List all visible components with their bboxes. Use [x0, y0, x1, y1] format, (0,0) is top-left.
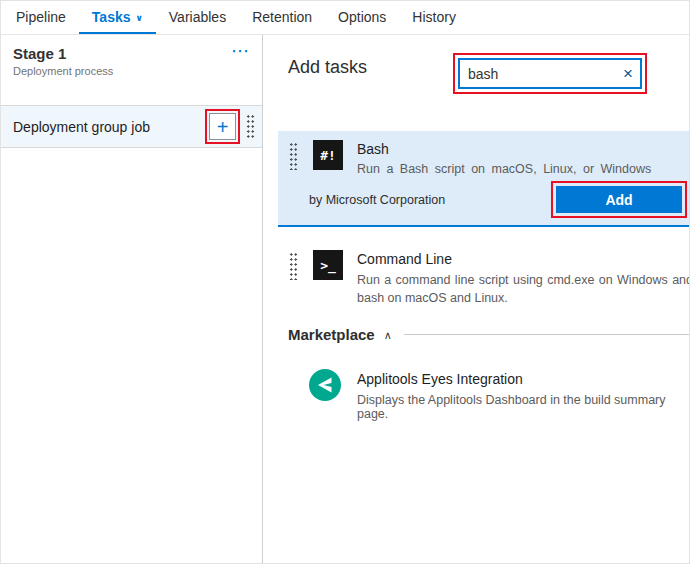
add-button[interactable]: Add [556, 186, 682, 213]
add-task-plus-button[interactable]: + [209, 113, 236, 140]
task-description: Run a Bash script on macOS, Linux, or Wi… [357, 162, 651, 176]
chevron-up-icon: ∧ [384, 329, 392, 342]
task-card-command-line[interactable]: >_ Command Line Run a command line scrip… [278, 241, 689, 321]
tab-label: Variables [169, 9, 226, 25]
top-nav: Pipeline Tasks ∨ Variables Retention Opt… [1, 1, 689, 35]
task-search-box: × [458, 58, 642, 89]
marketplace-section-header[interactable]: Marketplace ∧ [288, 326, 689, 343]
plus-icon: + [217, 117, 229, 137]
bash-icon: #! [313, 140, 343, 170]
tab-label: History [412, 9, 456, 25]
tab-variables[interactable]: Variables [156, 1, 239, 34]
tab-options[interactable]: Options [325, 1, 399, 34]
drag-handle-icon[interactable] [289, 142, 298, 170]
tab-label: Options [338, 9, 386, 25]
annotation-box-search: × [453, 53, 647, 94]
job-label: Deployment group job [13, 119, 205, 135]
drag-handle-icon[interactable] [246, 114, 255, 139]
task-search-input[interactable] [462, 66, 619, 82]
tab-label: Tasks [92, 9, 131, 25]
chevron-down-icon: ∨ [136, 13, 143, 23]
release-pipeline-editor: Pipeline Tasks ∨ Variables Retention Opt… [0, 0, 690, 564]
task-name: Bash [357, 141, 389, 157]
stage-title: Stage 1 [13, 45, 66, 62]
marketplace-item-description: Displays the Applitools Dashboard in the… [357, 393, 689, 421]
task-description: Run a command line script using cmd.exe … [357, 271, 690, 307]
tab-label: Pipeline [16, 9, 66, 25]
command-line-icon: >_ [313, 250, 343, 280]
tab-retention[interactable]: Retention [239, 1, 325, 34]
marketplace-heading: Marketplace [288, 326, 375, 343]
tab-history[interactable]: History [399, 1, 469, 34]
task-name: Command Line [357, 251, 452, 267]
task-publisher: by Microsoft Corporation [309, 193, 445, 207]
tab-label: Retention [252, 9, 312, 25]
annotation-box-plus: + [205, 109, 240, 144]
panel-title: Add tasks [288, 57, 367, 78]
deployment-group-job-row[interactable]: Deployment group job + [1, 105, 262, 148]
stage-subtitle: Deployment process [13, 65, 250, 77]
more-options-icon[interactable]: ⋯ [231, 45, 250, 57]
section-divider [404, 334, 689, 335]
task-card-bash[interactable]: #! Bash Run a Bash script on macOS, Linu… [278, 131, 689, 227]
add-tasks-panel: Add tasks × #! Bash Run a Bash script on… [264, 35, 689, 563]
clear-search-icon[interactable]: × [619, 65, 633, 82]
marketplace-item-name: Applitools Eyes Integration [357, 371, 523, 387]
annotation-box-add: Add [551, 181, 687, 218]
stage-header: Stage 1 ⋯ Deployment process [1, 35, 262, 77]
tab-tasks[interactable]: Tasks ∨ [79, 1, 156, 34]
drag-handle-icon[interactable] [289, 252, 298, 280]
applitools-icon [309, 369, 341, 401]
tab-pipeline[interactable]: Pipeline [3, 1, 79, 34]
stage-panel: Stage 1 ⋯ Deployment process Deployment … [1, 35, 263, 563]
